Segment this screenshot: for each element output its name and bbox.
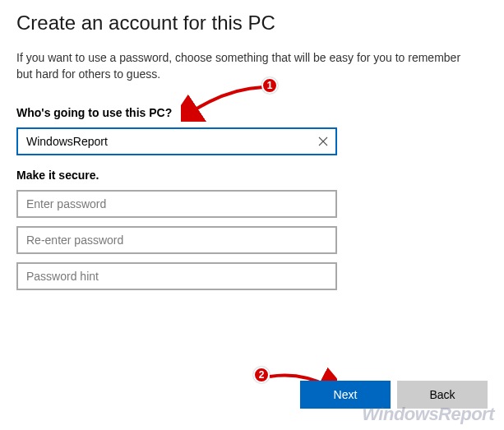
close-icon — [317, 136, 329, 147]
username-label: Who's going to use this PC? — [16, 106, 488, 119]
next-button[interactable]: Next — [300, 381, 391, 409]
username-input[interactable] — [16, 127, 337, 155]
clear-username-button[interactable] — [314, 132, 332, 150]
back-button[interactable]: Back — [397, 381, 488, 409]
footer-buttons: Next Back — [300, 381, 488, 409]
secure-label: Make it secure. — [16, 169, 488, 182]
page-title: Create an account for this PC — [16, 12, 488, 35]
reenter-password-input[interactable] — [16, 226, 337, 254]
annotation-marker-2: 2 — [253, 367, 270, 383]
page-description: If you want to use a password, choose so… — [16, 49, 465, 83]
password-input[interactable] — [16, 190, 337, 218]
password-hint-input[interactable] — [16, 262, 337, 290]
